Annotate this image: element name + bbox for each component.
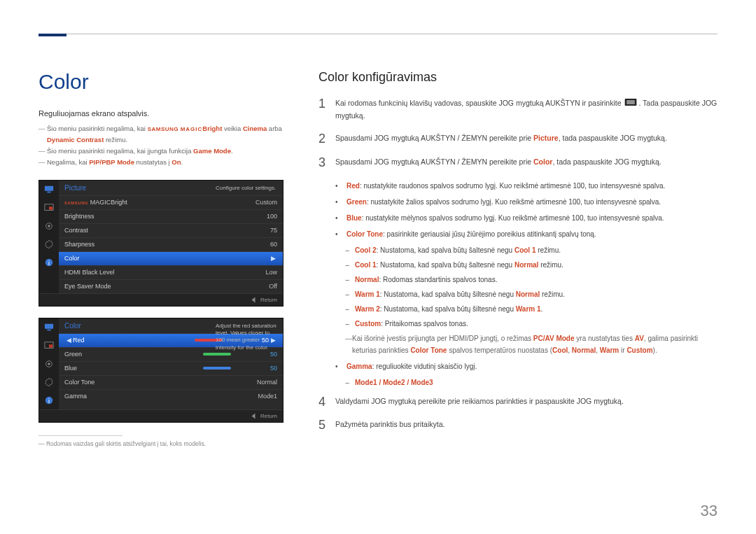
osd1-help: Configure color settings. (216, 185, 279, 192)
monitor-icon (39, 318, 59, 337)
svg-point-13 (48, 363, 50, 365)
osd1-row-contrast[interactable]: Contrast75 (59, 223, 283, 237)
svg-rect-17 (627, 101, 636, 101)
page-number: 33 (701, 502, 718, 520)
tone-sublist: ‒Cool 2: Nustatoma, kad spalva būtų šalt… (345, 244, 718, 356)
osd1-row-brightness[interactable]: Brightness100 (59, 209, 283, 223)
pcav-note: Kai išorinė įvestis prijungta per HDMI/D… (352, 332, 718, 356)
restriction-list: ― Šio meniu pasirinkti negalima, kai SAM… (38, 123, 298, 169)
gear-icon (39, 235, 59, 253)
section-heading: Color konfigūravimas (318, 70, 718, 85)
osd-color-menu: Adjust the red saturation level. Values … (38, 318, 284, 423)
svg-rect-0 (45, 185, 53, 190)
settings-icon (39, 217, 59, 235)
svg-point-5 (48, 225, 50, 227)
chevron-left-icon: ◀ (64, 337, 73, 344)
chevron-left-icon (251, 297, 255, 302)
step-4: 4 Valdydami JOG mygtuką pereikite prie r… (318, 395, 718, 409)
svg-rect-19 (627, 104, 636, 104)
osd1-row-sharpness[interactable]: Sharpness60 (59, 237, 283, 251)
gear-icon (39, 373, 59, 391)
intro-text: Reguliuojamas ekrano atspalvis. (38, 109, 298, 118)
top-divider (38, 34, 718, 34)
settings-icon (39, 355, 59, 373)
svg-text:i: i (48, 259, 50, 266)
step-3: 3 Spausdami JOG mygtuką AUKŠTYN / ŽEMYN … (318, 156, 718, 170)
footnote-text: ― Rodomas vaizdas gali skirtis atsižvelg… (38, 440, 298, 447)
chevron-right-icon: ▶ (269, 255, 277, 262)
osd1-row-magicbright[interactable]: SAMSUNG MAGICBrightMAGICBrightCustom (59, 195, 283, 209)
svg-rect-8 (45, 323, 53, 328)
menu-icon (624, 97, 637, 110)
bullet-list: •Red: nustatykite raudonos spalvos sodru… (335, 180, 718, 388)
osd-sidebar: i (39, 181, 59, 293)
osd2-row-gamma[interactable]: GammaMode1 (59, 389, 283, 403)
svg-rect-11 (49, 344, 52, 347)
pip-icon (39, 337, 59, 355)
restriction-1: Šio meniu pasirinkti negalima, kai SAMSU… (47, 123, 298, 146)
step-1: 1 Kai rodomas funkcinių klavišų vadovas,… (318, 97, 718, 122)
osd1-footer: Return (39, 293, 283, 306)
svg-rect-3 (49, 206, 52, 209)
osd1-row-color[interactable]: Color▶ (59, 251, 283, 265)
gamma-modes: Mode1 / Mode2 / Mode3 (355, 377, 433, 388)
restriction-2: Šio meniu pasirinkti negalima, kai įjung… (47, 146, 233, 157)
svg-rect-1 (47, 191, 50, 192)
osd2-row-blue[interactable]: Blue50 (59, 361, 283, 375)
pip-icon (39, 199, 59, 217)
svg-text:i: i (48, 397, 50, 404)
footnote-divider (38, 435, 122, 436)
monitor-icon (39, 181, 59, 199)
svg-rect-9 (47, 329, 50, 330)
green-bar (203, 353, 231, 356)
osd-picture-menu: Configure color settings. i Picture SAMS… (38, 180, 284, 307)
svg-rect-18 (627, 102, 636, 103)
restriction-3: Negalima, kai PIP/PBP Mode nustatytas į … (47, 157, 183, 168)
top-accent (38, 34, 66, 36)
osd1-row-hdmi[interactable]: HDMI Black LevelLow (59, 265, 283, 279)
osd2-help: Adjust the red saturation level. Values … (216, 323, 279, 352)
right-column: Color konfigūravimas 1 Kai rodomas funkc… (318, 70, 718, 442)
step-2: 2 Spausdami JOG mygtuką AUKŠTYN / ŽEMYN … (318, 132, 718, 146)
left-column: Color Reguliuojamas ekrano atspalvis. ― … (38, 70, 298, 447)
osd1-row-eyesaver[interactable]: Eye Saver ModeOff (59, 279, 283, 293)
step-5: 5 Pažymėta parinktis bus pritaikyta. (318, 419, 718, 433)
chevron-left-icon (251, 413, 255, 419)
blue-bar (203, 367, 231, 370)
osd2-footer: Return (39, 409, 283, 422)
osd2-row-colortone[interactable]: Color ToneNormal (59, 375, 283, 389)
info-icon: i (39, 391, 59, 409)
osd-sidebar: i (39, 318, 59, 409)
page-title: Color (38, 70, 298, 94)
info-icon: i (39, 253, 59, 272)
